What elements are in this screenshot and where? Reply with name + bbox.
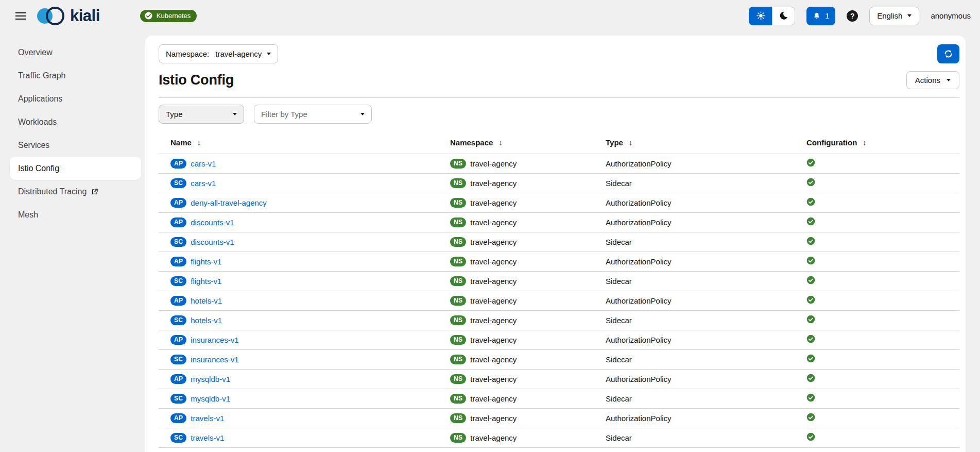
object-type-badge: AP [170, 159, 186, 169]
sidebar-item-overview[interactable]: Overview [0, 41, 145, 64]
namespace-badge: NS [450, 315, 466, 325]
sort-icon[interactable]: ↕ [863, 139, 866, 147]
column-header-namespace[interactable]: Namespace ↕ [446, 132, 606, 154]
brand-logo[interactable]: kiali [37, 6, 100, 26]
menu-toggle-button[interactable] [12, 7, 30, 25]
dark-theme-button[interactable] [772, 7, 795, 25]
config-valid-icon [806, 256, 815, 265]
namespace-cell: travel-agency [470, 277, 517, 286]
refresh-icon [943, 49, 953, 59]
notification-count: 1 [825, 12, 829, 20]
config-name-link[interactable]: insurances-v1 [191, 336, 238, 344]
object-type-badge: SC [170, 276, 186, 286]
bell-icon [813, 12, 821, 20]
sort-icon[interactable]: ↕ [498, 139, 502, 147]
config-name-link[interactable]: travels-v1 [191, 414, 224, 423]
type-cell: AuthorizationPolicy [606, 330, 803, 349]
namespace-dropdown[interactable]: Namespace: travel-agency [159, 44, 278, 63]
config-valid-icon [806, 197, 815, 206]
language-dropdown[interactable]: English [869, 7, 919, 25]
config-name-link[interactable]: cars-v1 [191, 179, 216, 188]
type-cell: Sidecar [606, 349, 803, 369]
column-header-name[interactable]: Name ↕ [159, 132, 446, 154]
config-name-link[interactable]: cars-v1 [191, 159, 216, 168]
light-theme-button[interactable] [749, 7, 772, 25]
type-cell: Sidecar [606, 232, 803, 252]
table-row: AP hotels-v1 NS travel-agency Authorizat… [159, 291, 959, 310]
sidebar: Overview Traffic Graph Applications Work… [0, 31, 145, 452]
config-name-link[interactable]: flights-v1 [191, 257, 221, 266]
config-name-link[interactable]: hotels-v1 [191, 296, 222, 305]
namespace-cell: travel-agency [470, 394, 517, 403]
config-valid-icon [806, 315, 815, 324]
help-button[interactable]: ? [847, 10, 858, 22]
sidebar-item-distributed-tracing[interactable]: Distributed Tracing [0, 180, 145, 203]
table-row: SC hotels-v1 NS travel-agency Sidecar [159, 310, 959, 330]
type-cell: Sidecar [606, 428, 803, 447]
config-name-link[interactable]: deny-all-travel-agency [191, 198, 267, 207]
notifications-button[interactable]: 1 [806, 7, 835, 25]
namespace-badge: NS [450, 217, 466, 227]
object-type-badge: SC [170, 315, 186, 325]
config-valid-icon [806, 393, 815, 402]
type-cell: AuthorizationPolicy [606, 212, 803, 232]
config-name-link[interactable]: discounts-v1 [191, 218, 234, 227]
namespace-badge: NS [450, 198, 466, 208]
sidebar-item-istio-config[interactable]: Istio Config [10, 157, 141, 180]
namespace-badge: NS [450, 355, 466, 364]
chevron-down-icon [947, 79, 951, 81]
namespace-cell: travel-agency [470, 355, 517, 364]
table-row: AP travels-v1 NS travel-agency Authoriza… [159, 408, 959, 428]
actions-dropdown[interactable]: Actions [906, 71, 959, 89]
table-row: AP discounts-v1 NS travel-agency Authori… [159, 212, 959, 232]
sidebar-item-applications[interactable]: Applications [0, 87, 145, 110]
namespace-badge: NS [450, 237, 466, 247]
config-name-link[interactable]: travels-v1 [191, 433, 224, 442]
config-name-link[interactable]: mysqldb-v1 [191, 375, 230, 383]
sidebar-item-mesh[interactable]: Mesh [0, 203, 145, 226]
sort-icon[interactable]: ↕ [197, 139, 201, 147]
table-row: SC mysqldb-v1 NS travel-agency Sidecar [159, 389, 959, 408]
masthead-toolbar: 1 ? English anonymous [749, 7, 971, 25]
istio-config-table-body: AP cars-v1 NS travel-agency Authorizatio… [159, 154, 959, 447]
brand-name: kiali [70, 7, 100, 25]
table-row: SC travels-v1 NS travel-agency Sidecar [159, 428, 959, 447]
config-name-link[interactable]: insurances-v1 [191, 355, 238, 364]
chevron-down-icon [267, 53, 271, 55]
content-card: Namespace: travel-agency Istio Config Ac… [145, 36, 966, 452]
namespace-badge: NS [450, 374, 466, 384]
column-header-configuration[interactable]: Configuration ↕ [803, 132, 959, 154]
column-header-type[interactable]: Type ↕ [606, 132, 803, 154]
object-type-badge: AP [170, 257, 186, 266]
config-name-link[interactable]: mysqldb-v1 [191, 394, 230, 403]
namespace-cell: travel-agency [470, 336, 517, 344]
sort-icon[interactable]: ↕ [629, 139, 632, 147]
object-type-badge: SC [170, 433, 186, 443]
object-type-badge: AP [170, 374, 186, 384]
sidebar-item-services[interactable]: Services [0, 133, 145, 157]
namespace-cell: travel-agency [470, 218, 517, 227]
filter-category-dropdown[interactable]: Type [159, 105, 244, 124]
filter-by-type-dropdown[interactable]: Filter by Type [254, 105, 372, 124]
config-name-link[interactable]: hotels-v1 [191, 316, 222, 325]
type-cell: AuthorizationPolicy [606, 154, 803, 173]
object-type-badge: AP [170, 217, 186, 227]
sidebar-item-workloads[interactable]: Workloads [0, 110, 145, 133]
config-name-link[interactable]: discounts-v1 [191, 238, 234, 246]
external-link-icon [91, 188, 98, 195]
config-name-link[interactable]: flights-v1 [191, 277, 221, 286]
sidebar-item-traffic-graph[interactable]: Traffic Graph [0, 64, 145, 87]
config-valid-icon [806, 354, 815, 363]
type-cell: AuthorizationPolicy [606, 193, 803, 212]
namespace-label: Namespace: [166, 49, 209, 58]
title-divider [159, 97, 959, 98]
page-title: Istio Config [159, 72, 234, 88]
refresh-button[interactable] [937, 44, 959, 63]
config-valid-icon [806, 432, 815, 441]
chevron-down-icon [360, 113, 365, 115]
object-type-badge: AP [170, 198, 186, 208]
moon-icon [779, 11, 788, 21]
config-valid-icon [806, 374, 815, 382]
namespace-cell: travel-agency [470, 179, 517, 188]
table-row: SC cars-v1 NS travel-agency Sidecar [159, 173, 959, 193]
